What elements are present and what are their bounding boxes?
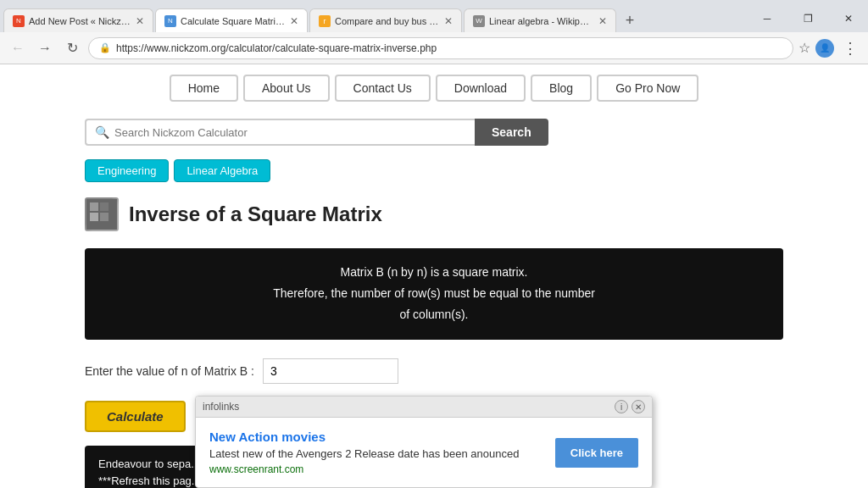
info-line2: Therefore, the number of row(s) must be …	[98, 283, 770, 304]
nav-gopro[interactable]: Go Pro Now	[597, 75, 698, 102]
ad-body: New Action movies Latest new of the Aven…	[196, 418, 652, 487]
ad-header: infolinks i ✕	[196, 396, 652, 418]
ad-close-buttons: i ✕	[615, 400, 645, 413]
breadcrumbs: Engineering Linear Algebra	[0, 152, 868, 189]
ad-info-button[interactable]: i	[615, 400, 628, 413]
address-input[interactable]: 🔒 https://www.nickzom.org/calculator/cal…	[88, 37, 793, 59]
tab-label-4: Linear algebra - Wikipedia	[489, 16, 593, 26]
bookmark-icon[interactable]: ☆	[798, 40, 810, 56]
profile-avatar[interactable]: 👤	[815, 39, 834, 58]
nav-bar: Home About Us Contact Us Download Blog G…	[0, 64, 868, 112]
tab-favicon-1: N	[13, 15, 25, 27]
nav-blog[interactable]: Blog	[531, 75, 592, 102]
back-button[interactable]: ←	[7, 37, 29, 59]
svg-rect-3	[90, 213, 98, 221]
tab-close-4[interactable]: ✕	[598, 15, 607, 27]
input-row: Enter the value of n of Matrix B :	[0, 348, 868, 394]
search-button[interactable]: Search	[475, 119, 548, 146]
tab-favicon-2: N	[164, 15, 176, 27]
ad-description: Latest new of the Avengers 2 Release dat…	[209, 447, 542, 460]
tab-label-2: Calculate Square Matrix Inverse	[181, 16, 285, 26]
search-wrapper: 🔍	[85, 119, 475, 146]
ad-url: www.screenrant.com	[209, 463, 542, 475]
nav-contact[interactable]: Contact Us	[335, 75, 431, 102]
breadcrumb-engineering[interactable]: Engineering	[85, 159, 169, 182]
info-box: Matrix B (n by n) is a square matrix. Th…	[85, 248, 783, 340]
menu-button[interactable]: ⋮	[839, 37, 861, 59]
info-line3: of column(s).	[98, 304, 770, 325]
svg-rect-1	[90, 202, 98, 211]
page-heading: Inverse of a Square Matrix	[0, 189, 868, 240]
calculate-button[interactable]: Calculate	[85, 401, 186, 432]
browser-frame: N Add New Post « Nickzom Blog – ✕ N Calc…	[0, 0, 868, 488]
tab-close-3[interactable]: ✕	[444, 15, 453, 27]
forward-button[interactable]: →	[34, 37, 56, 59]
tab-label-1: Add New Post « Nickzom Blog –	[29, 16, 131, 26]
tab-wikipedia[interactable]: W Linear algebra - Wikipedia ✕	[464, 8, 616, 32]
search-section: 🔍 Search	[0, 112, 868, 152]
breadcrumb-linear-algebra[interactable]: Linear Algebra	[174, 159, 270, 182]
window-controls: ─ ❐ ✕	[748, 5, 868, 32]
ad-source: infolinks	[203, 401, 239, 413]
nav-about[interactable]: About Us	[243, 75, 330, 102]
tab-bar: N Add New Post « Nickzom Blog – ✕ N Calc…	[0, 5, 748, 32]
ad-popup: infolinks i ✕ New Action movies Latest n…	[195, 396, 653, 488]
close-button[interactable]: ✕	[829, 5, 868, 32]
tab-close-1[interactable]: ✕	[136, 15, 144, 27]
search-glass-icon: 🔍	[95, 125, 109, 139]
page-content: Home About Us Contact Us Download Blog G…	[0, 64, 868, 488]
ad-product-title[interactable]: New Action movies	[209, 430, 542, 444]
ad-text: New Action movies Latest new of the Aven…	[209, 430, 542, 475]
reload-button[interactable]: ↻	[61, 37, 83, 59]
svg-rect-4	[100, 213, 108, 221]
page-title: Inverse of a Square Matrix	[129, 202, 382, 226]
address-text: https://www.nickzom.org/calculator/calcu…	[116, 42, 437, 54]
matrix-icon-svg	[86, 199, 117, 230]
tab-favicon-3: r	[319, 15, 331, 27]
tab-add-post[interactable]: N Add New Post « Nickzom Blog – ✕	[3, 8, 153, 32]
address-bar-row: ← → ↻ 🔒 https://www.nickzom.org/calculat…	[0, 32, 868, 64]
lock-icon: 🔒	[99, 42, 111, 53]
ad-click-button[interactable]: Click here	[555, 438, 638, 468]
svg-rect-2	[100, 202, 108, 211]
info-line1: Matrix B (n by n) is a square matrix.	[98, 262, 770, 283]
tab-favicon-4: W	[473, 15, 485, 27]
nav-download[interactable]: Download	[436, 75, 526, 102]
tab-calculate[interactable]: N Calculate Square Matrix Inverse ✕	[155, 8, 308, 32]
matrix-n-input[interactable]	[263, 358, 398, 384]
search-input[interactable]	[114, 126, 466, 139]
restore-button[interactable]: ❐	[788, 5, 827, 32]
ad-close-button[interactable]: ✕	[632, 400, 645, 413]
minimize-button[interactable]: ─	[748, 5, 787, 32]
tab-bus[interactable]: r Compare and buy bus tickets on... ✕	[309, 8, 462, 32]
tab-label-3: Compare and buy bus tickets on...	[335, 16, 439, 26]
matrix-input-label: Enter the value of n of Matrix B :	[85, 364, 254, 378]
heading-icon	[85, 197, 119, 231]
nav-home[interactable]: Home	[170, 75, 238, 102]
new-tab-button[interactable]: +	[618, 8, 642, 32]
tab-close-2[interactable]: ✕	[290, 15, 298, 27]
